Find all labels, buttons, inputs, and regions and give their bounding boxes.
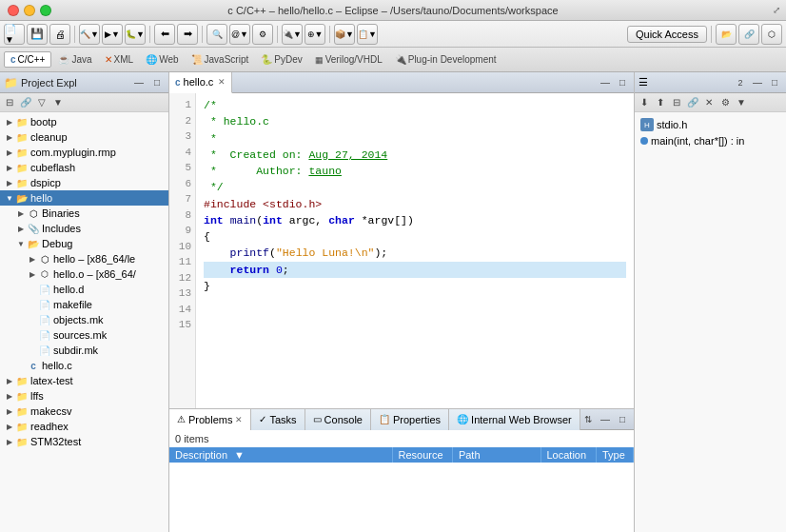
outline-tool5[interactable]: ✕ [701,95,717,110]
tree-item-makefile[interactable]: 📄 makefile [0,297,168,312]
perspective-verilog[interactable]: ▦ Verilog/VHDL [309,52,388,67]
misc3-button[interactable]: 📂 [716,24,737,45]
outline-tool6[interactable]: ⚙ [717,95,733,110]
quick-access-button[interactable]: Quick Access [627,26,707,43]
close-button[interactable] [8,5,19,16]
back-button[interactable]: ⬅ [154,24,175,45]
filter-icon[interactable]: ▽ [34,95,49,110]
java-icon: ☕ [58,54,69,65]
col-resource[interactable]: Resource [392,447,452,463]
tab-internal-browser[interactable]: 🌐 Internal Web Browser [449,409,580,430]
tree-item-hello[interactable]: ▼ 📂 hello [0,190,168,206]
maximize-panel-button[interactable]: □ [149,75,165,90]
outline-item-main[interactable]: main(int, char*[]) : in [639,133,782,148]
collapse-all-icon[interactable]: ⊟ [2,95,17,110]
tree-item-hello-o[interactable]: ▶ ⬡ hello.o – [x86_64/ [0,266,168,282]
tree-item-makecsv[interactable]: ▶ 📁 makecsv [0,404,168,419]
resize-icon[interactable]: ⤢ [773,5,780,15]
editor-tab-hello-c[interactable]: c hello.c ✕ [169,72,232,93]
perspective-xml[interactable]: ✕ XML [99,52,140,67]
maximize-outline-button[interactable]: □ [767,75,782,90]
col-path[interactable]: Path [452,447,540,463]
col-location[interactable]: Location [540,447,597,463]
col-type[interactable]: Type [597,447,634,463]
tree-item-subdir[interactable]: 📄 subdir.mk [0,343,168,358]
minimize-editor-button[interactable]: — [598,75,613,90]
perspective-web[interactable]: 🌐 Web [140,52,184,67]
misc1-button[interactable]: 📦▼ [334,24,355,45]
tree-item-cubeflash[interactable]: ▶ 📁 cubeflash [0,160,168,175]
editor-content[interactable]: 1 2 3 4 5 6 7 8 9 10 11 12 13 14 15 [169,93,634,408]
minimize-bottom-button[interactable]: — [598,412,613,427]
tree-item-hello-exe[interactable]: ▶ ⬡ hello – [x86_64/le [0,251,168,266]
maximize-editor-button[interactable]: □ [615,75,630,90]
arrow-icon: ▶ [15,207,27,219]
col-path-label: Path [459,449,481,461]
editor-controls: — □ [598,75,634,90]
search-button[interactable]: @▼ [229,24,250,45]
outline-num1-button[interactable]: 2 [733,75,748,90]
tab-properties[interactable]: 📋 Properties [371,409,449,430]
tree-item-cleanup[interactable]: ▶ 📁 cleanup [0,129,168,145]
link-editor-icon[interactable]: 🔗 [18,95,33,110]
folder-icon: 📁 [15,420,29,433]
outline-tool3[interactable]: ⊟ [669,95,684,110]
tree-item-debug[interactable]: ▼ 📂 Debug [0,236,168,251]
tree-item-hello-d[interactable]: 📄 hello.d [0,282,168,297]
maximize-bottom-button[interactable]: □ [615,412,630,427]
window-controls[interactable] [8,5,51,16]
tree-item-sources[interactable]: 📄 sources.mk [0,327,168,343]
perspective-js[interactable]: 📜 JavaScript [186,52,255,67]
save-button[interactable]: 💾 [27,24,48,45]
outline-tool4[interactable]: 🔗 [685,95,700,110]
code-content[interactable]: /* * hello.c * * Created on: Aug 27, 201… [196,93,634,408]
tree-item-objects[interactable]: 📄 objects.mk [0,312,168,327]
tab-console[interactable]: ▭ Console [305,409,371,430]
debug-button[interactable]: 🐛▼ [125,24,146,45]
forward-button[interactable]: ➡ [177,24,198,45]
outline-tool7[interactable]: ▼ [734,95,749,110]
tab-problems[interactable]: ⚠ Problems ✕ [169,409,251,430]
tree-item-lffs[interactable]: ▶ 📁 lffs [0,388,168,404]
perspective-cpp[interactable]: c C/C++ [4,51,51,68]
problems-tab-close[interactable]: ✕ [235,415,243,424]
tree-item-latex[interactable]: ▶ 📁 latex-test [0,373,168,388]
run-button[interactable]: ▶▼ [102,24,123,45]
tree-item-binaries[interactable]: ▶ ⬡ Binaries [0,206,168,221]
tree-item-myplugin[interactable]: ▶ 📁 com.myplugin.rmp [0,145,168,160]
tree-item-readhex[interactable]: ▶ 📁 readhex [0,419,168,434]
build-button[interactable]: 🔨▼ [79,24,100,45]
perspective-plugin[interactable]: 🔌 Plug-in Development [389,52,502,67]
col-description[interactable]: Description ▼ [169,447,392,463]
sort-icon[interactable]: ⇅ [580,412,596,427]
code-line: * Author: tauno [204,163,626,179]
menu-icon[interactable]: ▼ [50,95,66,110]
main-layout: 📁 Project Expl — □ ⊟ 🔗 ▽ ▼ ▶ 📁 bootp ▶ 📁 [0,72,786,532]
tree-item-stm32[interactable]: ▶ 📁 STM32test [0,434,168,449]
tab-tasks[interactable]: ✓ Tasks [251,409,305,430]
next-button[interactable]: ⊕▼ [305,24,325,45]
tree-item-bootp[interactable]: ▶ 📁 bootp [0,114,168,129]
tools-button[interactable]: ⚙ [252,24,273,45]
misc2-button[interactable]: 📋▼ [357,24,378,45]
outline-tool2[interactable]: ⬆ [653,95,668,110]
misc4-button[interactable]: 🔗 [738,24,759,45]
sep5 [329,26,330,43]
misc5-button[interactable]: ⬡ [761,24,782,45]
minimize-outline-button[interactable]: — [750,75,765,90]
tree-item-includes[interactable]: ▶ 📎 Includes [0,221,168,236]
tree-item-hello-c[interactable]: c hello.c [0,358,168,373]
perspective-pydev[interactable]: 🐍 PyDev [255,52,307,67]
tree-item-dspicp[interactable]: ▶ 📁 dspicp [0,175,168,190]
new-button[interactable]: 📄▼ [4,24,25,45]
zoom-button[interactable]: 🔍 [206,24,227,45]
minimize-panel-button[interactable]: — [131,75,147,90]
outline-item-stdio[interactable]: H stdio.h [639,116,782,133]
outline-tool1[interactable]: ⬇ [637,95,652,110]
minimize-button[interactable] [24,5,35,16]
perspective-java[interactable]: ☕ Java [52,52,97,67]
ext-button[interactable]: 🔌▼ [282,24,303,45]
editor-tab-close[interactable]: ✕ [218,77,226,87]
maximize-button[interactable] [40,5,51,16]
print-button[interactable]: 🖨 [49,24,70,45]
